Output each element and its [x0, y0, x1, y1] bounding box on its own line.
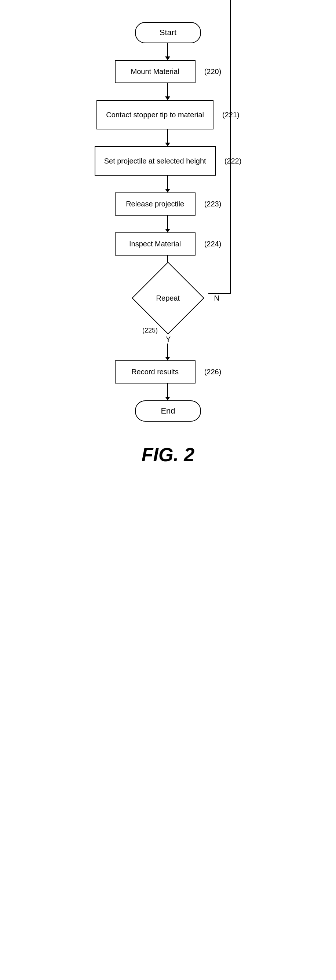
inspect-process: Inspect Material [115, 232, 196, 256]
release-node-row: Release projectile (223) [115, 192, 221, 216]
end-terminal: End [135, 400, 201, 422]
step-224: (224) [204, 240, 221, 248]
step-225-row: (225) [142, 327, 158, 334]
contact-process: Contact stopper tip to material [97, 100, 213, 129]
mount-node-row: Mount Material (220) [115, 60, 221, 83]
step-225: (225) [142, 327, 158, 334]
inspect-node-row: Inspect Material (224) [115, 232, 221, 256]
connector-5 [165, 216, 170, 232]
release-process: Release projectile [115, 192, 196, 216]
contact-node-row: Contact stopper tip to material (221) [97, 100, 239, 129]
record-process: Record results [115, 360, 196, 383]
page: Start Mount Material (220) Contact stopp… [0, 0, 336, 980]
flowchart: Start Mount Material (220) Contact stopp… [76, 22, 260, 422]
y-label: Y [166, 335, 170, 344]
step-223: (223) [204, 200, 221, 208]
connector-8 [165, 383, 170, 400]
end-node-row: End [135, 400, 201, 422]
setprojectile-process: Set projectile at selected height [95, 146, 216, 176]
start-terminal: Start [135, 22, 201, 43]
step-221: (221) [222, 111, 239, 119]
decision-wrapper: Repeat N [142, 272, 194, 324]
connector-2 [165, 83, 170, 100]
start-node-row: Start [135, 22, 201, 43]
repeat-decision: Repeat [132, 262, 204, 334]
decision-area: Repeat N (225) Y [76, 272, 260, 344]
mount-process: Mount Material [115, 60, 196, 83]
step-220: (220) [204, 67, 221, 76]
step-222: (222) [225, 157, 242, 165]
connector-4 [165, 176, 170, 192]
connector-1 [165, 43, 170, 60]
step-226: (226) [204, 368, 221, 376]
record-node-row: Record results (226) [115, 360, 221, 383]
figure-label: FIG. 2 [142, 444, 194, 466]
repeat-decision-text: Repeat [156, 294, 180, 302]
connector-3 [165, 129, 170, 146]
connector-7 [165, 344, 170, 360]
setprojectile-node-row: Set projectile at selected height (222) [95, 146, 242, 176]
n-label: N [214, 294, 219, 302]
